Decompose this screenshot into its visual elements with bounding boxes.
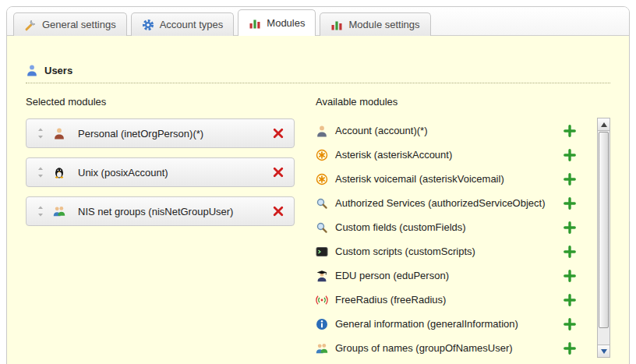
module-label: Personal (inetOrgPerson)(*) (78, 128, 203, 140)
available-module-row: Custom scripts (customScripts) (316, 239, 576, 263)
remove-module-button[interactable] (272, 205, 284, 217)
add-module-button[interactable] (564, 246, 576, 258)
scrollbar-thumb[interactable] (599, 132, 609, 328)
module-label: EDU person (eduPerson) (335, 270, 449, 281)
add-module-button[interactable] (564, 173, 576, 186)
module-label: NIS net groups (nisNetGroupUser) (78, 206, 233, 217)
available-module-row: FreeRadius (freeRadius) (316, 288, 576, 312)
red-cross-icon (272, 166, 284, 178)
tab-bar: General settings Account types Modules (7, 7, 629, 36)
module-label: Asterisk (asteriskAccount) (335, 149, 452, 161)
add-module-button[interactable] (564, 318, 576, 330)
green-plus-icon (564, 173, 576, 186)
modules-chart-icon (330, 19, 343, 31)
asterisk-icon (316, 149, 328, 161)
available-modules-list: Account (account)(*) (316, 118, 610, 360)
scroll-down-button[interactable] (598, 345, 610, 357)
selected-module-row[interactable]: NIS net groups (nisNetGroupUser) (26, 196, 295, 226)
module-label: Custom fields (customFields) (335, 221, 466, 233)
module-label: Authorized Services (authorizedServiceOb… (335, 197, 546, 209)
selected-module-row[interactable]: Unix (posixAccount) (26, 157, 295, 187)
green-plus-icon (564, 270, 576, 282)
lam-config-window: General settings Account types Modules (6, 6, 630, 364)
available-modules-scrollbar[interactable] (597, 118, 610, 358)
users-section-heading: Users (26, 64, 610, 83)
tab-modules[interactable]: Modules (238, 9, 316, 36)
available-modules-label: Available modules (316, 96, 610, 108)
green-plus-icon (564, 246, 576, 258)
group-icon (316, 342, 328, 355)
section-title: Users (44, 65, 72, 76)
available-module-row: General information (generalInformation) (316, 312, 576, 336)
available-module-row: Authorized Services (authorizedServiceOb… (316, 191, 576, 215)
available-module-row: Asterisk (asteriskAccount) (316, 143, 576, 167)
green-plus-icon (564, 197, 576, 210)
module-label: FreeRadius (freeRadius) (335, 294, 446, 306)
selected-modules-column: Selected modules Personal (inetOrgPerson… (26, 83, 316, 360)
up-arrow-icon (601, 122, 607, 127)
add-module-button[interactable] (564, 294, 576, 306)
green-plus-icon (564, 294, 576, 306)
scrollbar-track[interactable] (598, 131, 610, 345)
tab-label: Account types (160, 19, 224, 30)
add-module-button[interactable] (564, 342, 576, 355)
red-cross-icon (272, 205, 284, 217)
add-module-button[interactable] (564, 221, 576, 234)
gear-icon (142, 19, 154, 31)
tools-icon (24, 19, 37, 31)
module-label: Custom scripts (customScripts) (335, 246, 475, 257)
module-label: General information (generalInformation) (335, 318, 518, 330)
green-plus-icon (564, 342, 576, 355)
tab-label: Modules (267, 17, 305, 29)
modules-panel: Users Selected modules Personal (inetOrg… (7, 36, 629, 364)
green-plus-icon (564, 125, 576, 137)
green-plus-icon (564, 318, 576, 330)
module-label: Account (account)(*) (335, 125, 428, 136)
person-icon (316, 125, 328, 137)
available-modules-column: Available modules Account (account)(*) (316, 83, 610, 360)
tab-label: General settings (42, 19, 116, 30)
group-icon (53, 205, 65, 217)
user-figure-icon (26, 64, 38, 76)
drag-handle-icon[interactable] (36, 205, 45, 217)
add-module-button[interactable] (564, 270, 576, 282)
asterisk-icon (316, 173, 328, 186)
graduate-person-icon (316, 270, 328, 282)
module-label: Asterisk voicemail (asteriskVoicemail) (335, 173, 504, 185)
add-module-button[interactable] (564, 125, 576, 137)
tab-module-settings[interactable]: Module settings (320, 12, 430, 36)
available-module-row: Groups of names (groupOfNamesUser) (316, 336, 576, 360)
add-module-button[interactable] (564, 197, 576, 210)
red-cross-icon (272, 127, 284, 140)
magnifier-icon (316, 197, 328, 210)
remove-module-button[interactable] (272, 127, 284, 140)
tab-label: Module settings (348, 19, 419, 30)
magnifier-icon (316, 221, 328, 234)
add-module-button[interactable] (564, 149, 576, 161)
info-icon (316, 318, 328, 330)
module-label: Unix (posixAccount) (78, 167, 168, 178)
drag-handle-icon[interactable] (36, 166, 45, 178)
available-module-row: Account (account)(*) (316, 118, 576, 143)
selected-modules-label: Selected modules (26, 96, 316, 108)
available-module-row: EDU person (eduPerson) (316, 263, 576, 288)
selected-module-row[interactable]: Personal (inetOrgPerson)(*) (26, 118, 295, 148)
tab-account-types[interactable]: Account types (131, 12, 235, 36)
scroll-up-button[interactable] (598, 118, 610, 131)
terminal-icon (316, 246, 328, 258)
tab-general-settings[interactable]: General settings (13, 12, 127, 36)
modules-chart-icon (249, 17, 261, 30)
person-icon (53, 127, 65, 140)
modules-columns: Selected modules Personal (inetOrgPerson… (26, 83, 610, 360)
available-module-row: Asterisk voicemail (asteriskVoicemail) (316, 167, 576, 191)
green-plus-icon (564, 221, 576, 234)
radio-antenna-icon (316, 294, 328, 306)
green-plus-icon (564, 149, 576, 161)
available-module-row: Custom fields (customFields) (316, 215, 576, 239)
down-arrow-icon (601, 349, 607, 354)
module-label: Groups of names (groupOfNamesUser) (335, 342, 513, 354)
tux-penguin-icon (53, 166, 65, 178)
drag-handle-icon[interactable] (36, 127, 45, 140)
remove-module-button[interactable] (272, 166, 284, 178)
